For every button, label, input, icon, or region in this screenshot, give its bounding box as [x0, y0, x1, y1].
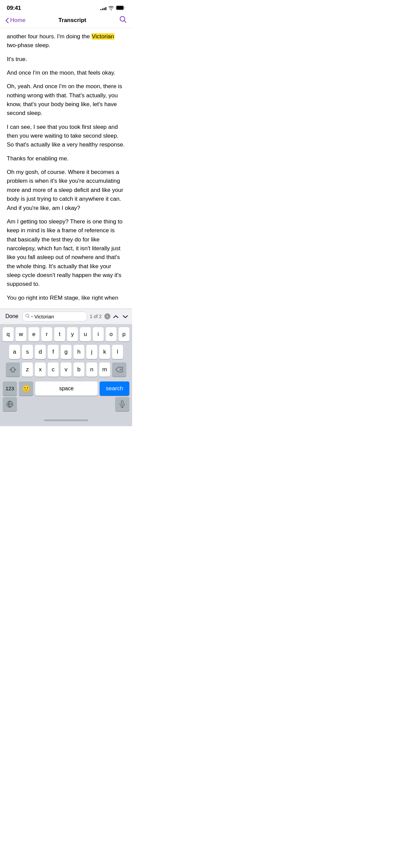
- key-e[interactable]: e: [28, 327, 39, 341]
- key-i[interactable]: i: [93, 327, 104, 341]
- key-z[interactable]: z: [22, 362, 33, 377]
- find-chevron-down-icon: ▾: [31, 315, 33, 318]
- find-search-icon: [25, 314, 30, 319]
- find-prev-button[interactable]: [113, 313, 119, 319]
- key-k[interactable]: k: [99, 345, 110, 359]
- shift-key[interactable]: [6, 362, 20, 377]
- transcript-content: another four hours. I'm doing the Victor…: [0, 28, 132, 304]
- status-bar: 09:41: [0, 0, 132, 13]
- search-key[interactable]: search: [100, 381, 129, 396]
- nav-bar: Home Transcript: [0, 13, 132, 28]
- key-x[interactable]: x: [35, 362, 46, 377]
- chevron-up-icon: [113, 315, 119, 318]
- key-n[interactable]: n: [86, 362, 97, 377]
- keyboard: q w e r t y u i o p a s d f g h j k l z …: [0, 324, 132, 415]
- transcript-paragraph-7: Oh my gosh, of course. Where it becomes …: [7, 168, 125, 213]
- mic-key[interactable]: [115, 397, 129, 411]
- key-u[interactable]: u: [80, 327, 91, 341]
- find-nav-buttons: [113, 313, 128, 319]
- find-clear-button[interactable]: ×: [104, 313, 110, 319]
- space-label: space: [59, 386, 74, 392]
- home-bar: [44, 419, 88, 421]
- wifi-icon: [108, 5, 114, 11]
- search-button[interactable]: [119, 16, 127, 25]
- clear-icon: ×: [106, 314, 108, 318]
- status-icons: [100, 5, 125, 11]
- search-icon: [119, 16, 127, 23]
- key-y[interactable]: y: [67, 327, 78, 341]
- delete-key[interactable]: [112, 362, 126, 377]
- key-g[interactable]: g: [61, 345, 71, 359]
- transcript-paragraph-5: I can see, I see that you took first sle…: [7, 123, 125, 150]
- key-l[interactable]: l: [112, 345, 123, 359]
- emoji-key[interactable]: 🙂: [19, 381, 33, 396]
- chevron-down-icon: [123, 315, 128, 318]
- key-r[interactable]: r: [41, 327, 52, 341]
- key-w[interactable]: w: [16, 327, 26, 341]
- key-h[interactable]: h: [73, 345, 84, 359]
- key-b[interactable]: b: [73, 362, 84, 377]
- keyboard-row-3: z x c v b n m: [1, 362, 131, 377]
- key-s[interactable]: s: [22, 345, 33, 359]
- key-v[interactable]: v: [61, 362, 71, 377]
- shift-icon: [9, 367, 16, 372]
- back-label: Home: [10, 17, 25, 24]
- emoji-icon: 🙂: [22, 384, 30, 393]
- transcript-paragraph-2: It's true.: [7, 55, 125, 64]
- key-j[interactable]: j: [86, 345, 97, 359]
- find-input-container: ▾: [22, 312, 87, 321]
- search-key-label: search: [106, 385, 123, 392]
- transcript-paragraph-4: Oh, yeah. And once I'm on the moon, ther…: [7, 82, 125, 118]
- key-a[interactable]: a: [9, 345, 20, 359]
- status-time: 09:41: [7, 5, 21, 12]
- battery-icon: [116, 5, 125, 11]
- svg-rect-6: [121, 401, 123, 405]
- signal-icon: [100, 6, 106, 10]
- delete-icon: [115, 367, 123, 372]
- key-t[interactable]: t: [54, 327, 65, 341]
- svg-rect-1: [117, 6, 124, 9]
- keyboard-row-2: a s d f g h j k l: [1, 345, 131, 359]
- back-chevron-icon: [5, 18, 9, 23]
- key-f[interactable]: f: [48, 345, 59, 359]
- globe-key[interactable]: [3, 397, 17, 411]
- transcript-paragraph-1: another four hours. I'm doing the Victor…: [7, 32, 125, 50]
- key-123[interactable]: 123: [3, 381, 17, 396]
- transcript-paragraph-3: And once I'm on the moon, that feels oka…: [7, 68, 125, 77]
- find-count: 1 of 2: [90, 314, 102, 319]
- transcript-paragraph-6: Thanks for enabling me.: [7, 154, 125, 163]
- key-o[interactable]: o: [106, 327, 117, 341]
- space-key[interactable]: space: [35, 381, 98, 396]
- find-bar: Done ▾ 1 of 2 ×: [0, 309, 132, 324]
- key-q[interactable]: q: [3, 327, 14, 341]
- key-p[interactable]: p: [119, 327, 129, 341]
- transcript-paragraph-9: You go right into REM stage, like right …: [7, 294, 125, 304]
- key-c[interactable]: c: [48, 362, 59, 377]
- key-d[interactable]: d: [35, 345, 46, 359]
- find-next-button[interactable]: [123, 313, 128, 319]
- find-done-button[interactable]: Done: [4, 313, 20, 319]
- home-indicator: [0, 415, 132, 426]
- find-input[interactable]: [34, 314, 84, 319]
- keyboard-row-4: 123 🙂 space search: [1, 380, 131, 396]
- page-title: Transcript: [59, 17, 86, 24]
- globe-icon: [6, 400, 14, 408]
- transcript-paragraph-8: Am I getting too sleepy? There is one th…: [7, 217, 125, 289]
- keyboard-row-1: q w e r t y u i o p: [1, 327, 131, 341]
- back-button[interactable]: Home: [5, 17, 25, 24]
- mic-icon: [120, 400, 125, 408]
- keyboard-bottom-row: [1, 397, 131, 413]
- key-m[interactable]: m: [99, 362, 110, 377]
- highlighted-word: Victorian: [91, 33, 114, 40]
- key-123-label: 123: [5, 386, 14, 391]
